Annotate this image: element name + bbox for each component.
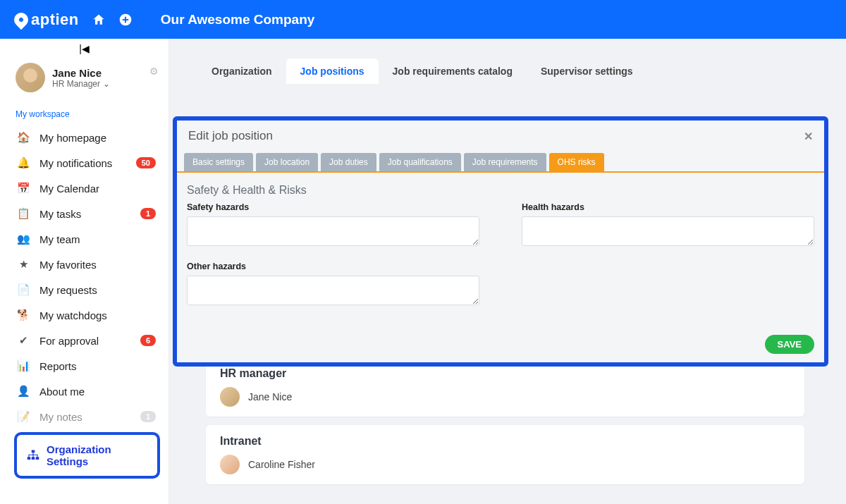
approval-icon: ✔ (16, 334, 31, 347)
avatar (220, 387, 240, 407)
field-other-hazards: Other hazards (187, 262, 479, 308)
field-health-hazards: Health hazards (522, 202, 814, 249)
nav-about-me[interactable]: 👤About me (0, 379, 168, 404)
tab-job-positions[interactable]: Job positions (286, 59, 379, 84)
avatar (16, 63, 45, 92)
tab-job-requirements-catalog[interactable]: Job requirements catalog (379, 59, 527, 84)
nav-team[interactable]: 👥My team (0, 226, 168, 252)
field-safety-hazards: Safety hazards (187, 202, 479, 249)
label-health-hazards: Health hazards (522, 202, 814, 212)
subtab-basic-settings[interactable]: Basic settings (184, 153, 253, 171)
org-icon (27, 450, 39, 461)
card-person[interactable]: Jane Nice (220, 387, 790, 407)
home-icon[interactable] (92, 13, 106, 27)
collapse-sidebar-button[interactable]: |◀ (0, 39, 168, 59)
subtab-job-duties[interactable]: Job duties (321, 153, 376, 171)
nav-favorites[interactable]: ★My favorites (0, 252, 168, 277)
card-title: HR manager (220, 367, 790, 380)
badge: 50 (136, 157, 156, 168)
gear-icon[interactable]: ⚙ (149, 66, 159, 77)
card-intranet[interactable]: Intranet Caroline Fisher (206, 425, 804, 484)
subtab-ohs-risks[interactable]: OHS risks (549, 153, 604, 171)
profile-role[interactable]: HR Manager ⌄ (52, 79, 110, 89)
badge: 1 (140, 411, 156, 422)
close-icon[interactable]: ✕ (804, 130, 813, 143)
org-settings-label: Organization Settings (47, 443, 147, 467)
logo-mark-icon (11, 9, 31, 29)
cards-wrap: HR manager Jane Nice Intranet Caroline F… (182, 349, 828, 493)
profile-name: Jane Nice (52, 67, 110, 79)
bell-icon: 🔔 (16, 156, 31, 169)
nav-reports[interactable]: 📊Reports (0, 353, 168, 379)
profile-block[interactable]: Jane Nice HR Manager ⌄ ⚙ (0, 59, 168, 97)
nav-approval[interactable]: ✔For approval6 (0, 328, 168, 353)
nav-calendar[interactable]: 📅My Calendar (0, 176, 168, 201)
add-icon[interactable] (118, 13, 133, 27)
badge: 1 (140, 208, 156, 219)
svg-rect-1 (32, 450, 35, 453)
collapse-icon: |◀ (79, 43, 90, 54)
reports-icon: 📊 (16, 359, 31, 372)
top-bar: aptien Our Awesome Company (0, 0, 846, 39)
team-icon: 👥 (16, 233, 31, 245)
avatar (220, 455, 240, 474)
label-other-hazards: Other hazards (187, 262, 479, 271)
badge: 6 (140, 335, 156, 346)
section-title: Safety & Health & Risks (177, 173, 824, 202)
card-title: Intranet (220, 435, 790, 448)
modal-title: Edit job position (188, 129, 273, 143)
watchdog-icon: 🐕 (16, 309, 31, 321)
notes-icon: 📝 (16, 410, 31, 423)
nav-homepage[interactable]: 🏠My homepage (0, 125, 168, 150)
edit-job-position-modal: Edit job position ✕ Basic settings Job l… (173, 116, 828, 367)
nav-notifications[interactable]: 🔔My notifications50 (0, 150, 168, 176)
card-person[interactable]: Caroline Fisher (220, 455, 790, 474)
company-name[interactable]: Our Awesome Company (161, 12, 315, 27)
main-area: Organization Job positions Job requireme… (169, 39, 846, 504)
about-icon: 👤 (16, 385, 31, 398)
nav-list: 🏠My homepage 🔔My notifications50 📅My Cal… (0, 125, 168, 429)
nav-tasks[interactable]: 📋My tasks1 (0, 201, 168, 226)
label-safety-hazards: Safety hazards (187, 202, 479, 212)
subtab-job-location[interactable]: Job location (256, 153, 318, 171)
requests-icon: 📄 (16, 283, 31, 296)
svg-rect-4 (36, 457, 39, 460)
save-button[interactable]: SAVE (765, 335, 814, 354)
svg-rect-3 (32, 457, 35, 460)
star-icon: ★ (16, 258, 31, 271)
subtab-job-requirements[interactable]: Job requirements (464, 153, 546, 171)
modal-subtabs: Basic settings Job location Job duties J… (177, 150, 824, 173)
calendar-icon: 📅 (16, 182, 31, 195)
top-tabs: Organization Job positions Job requireme… (169, 39, 846, 84)
tasks-icon: 📋 (16, 207, 31, 220)
workspace-label: My workspace (0, 97, 168, 125)
sidebar: |◀ Jane Nice HR Manager ⌄ ⚙ My workspace… (0, 39, 169, 504)
tab-organization[interactable]: Organization (197, 59, 286, 84)
nav-requests[interactable]: 📄My requests (0, 277, 168, 302)
input-safety-hazards[interactable] (187, 216, 479, 246)
home-icon: 🏠 (16, 131, 31, 144)
nav-notes[interactable]: 📝My notes1 (0, 404, 168, 429)
subtab-job-qualifications[interactable]: Job qualifications (379, 153, 461, 171)
brand-logo[interactable]: aptien (14, 11, 79, 29)
svg-rect-2 (27, 457, 31, 460)
organization-settings-button[interactable]: Organization Settings (14, 432, 160, 479)
tab-supervisor-settings[interactable]: Supervisor settings (527, 59, 647, 84)
input-other-hazards[interactable] (187, 276, 479, 305)
input-health-hazards[interactable] (522, 216, 814, 246)
nav-watchdogs[interactable]: 🐕My watchdogs (0, 302, 168, 328)
chevron-down-icon: ⌄ (103, 79, 110, 89)
brand-name: aptien (31, 11, 79, 29)
